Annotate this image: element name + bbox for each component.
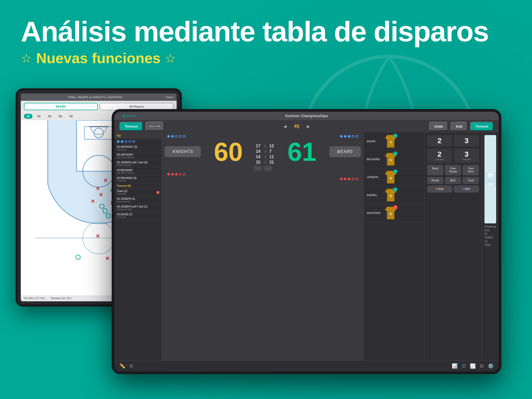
score-left: 60 bbox=[203, 139, 253, 165]
tl-stats-fg: FG 43% ( 27 / 62 ) bbox=[24, 297, 45, 300]
subtitle-row: ☆ Nuevas funciones ☆ bbox=[21, 50, 511, 66]
blk-btn[interactable]: BLK bbox=[445, 177, 461, 184]
foul-dot-3 bbox=[125, 140, 127, 143]
stat-3pt-missed: 3 missed bbox=[454, 149, 479, 163]
foul-dot-2 bbox=[121, 140, 123, 143]
tr-main-content: 4Q #9 ANTHONY (3) Turnover #9 ANTHONY 2p… bbox=[114, 132, 499, 360]
tl-header-bar: FINAL ( BEARS vs KNIGHTS ) 2023/07/02 Cl… bbox=[21, 94, 177, 101]
svg-text:4: 4 bbox=[390, 141, 392, 144]
tl-team-bears-btn[interactable]: BEARS bbox=[24, 103, 98, 110]
red-marker bbox=[157, 191, 159, 194]
left-team-section: KNIGHTS 60 bbox=[165, 135, 253, 165]
log-item-6: #6 JOSEPH (3) Personal foul bbox=[114, 196, 162, 204]
svg-rect-49 bbox=[488, 183, 493, 186]
svg-text:✕: ✕ bbox=[103, 178, 108, 183]
header-section: Análisis mediante tabla de disparos ☆ Nu… bbox=[21, 16, 511, 66]
right-arrow-btn[interactable]: → bbox=[264, 166, 272, 171]
player-card-david[interactable]: DAVID 4 2 bbox=[364, 132, 424, 150]
star-left-icon: ☆ bbox=[21, 51, 32, 65]
tr-log-panel: 4Q #9 ANTHONY (3) Turnover #9 ANTHONY 2p… bbox=[114, 132, 162, 360]
svg-text:✕: ✕ bbox=[105, 256, 110, 261]
foul-dot-5 bbox=[132, 140, 135, 143]
team-knights-btn[interactable]: KNIGHTS bbox=[165, 146, 201, 157]
player-name-daniel: DANIEL bbox=[367, 194, 382, 197]
assist-btn[interactable]: Assist bbox=[427, 177, 443, 184]
log-item-3: #6 JOSEPH (off:7 def:10) Rebound (off) bbox=[114, 160, 162, 168]
player-card-joseph[interactable]: JOSEPH 6 3 bbox=[364, 168, 424, 186]
score-row: KNIGHTS 60 17 12 14 bbox=[162, 132, 363, 165]
jersey-badge-joseph: 3 bbox=[393, 169, 397, 174]
star-right-icon: ☆ bbox=[165, 51, 176, 65]
turnover-btn[interactable]: TurnOver bbox=[463, 165, 479, 175]
svg-text:✕: ✕ bbox=[96, 233, 100, 239]
tr-bottom-bar: ✏️ ⊞ 📊 ☰ 📈 ⊞ ⚙️ bbox=[114, 360, 499, 371]
player-jersey-joseph: 6 3 bbox=[385, 170, 396, 184]
log-item-timeout: Timeout (9) bbox=[114, 183, 162, 189]
player-card-anthony[interactable]: ANTHONY 9 1 bbox=[364, 204, 424, 222]
settings-icon[interactable]: ⚙️ bbox=[488, 363, 494, 369]
timeout-left-btn[interactable]: Timeout bbox=[119, 122, 143, 131]
mini-court-log: Freethrow (U1) #5 JONES (1) Steal bbox=[484, 223, 496, 248]
chart-icon[interactable]: 📈 bbox=[470, 363, 476, 369]
svg-text:✕: ✕ bbox=[91, 198, 95, 204]
foul-dot-1 bbox=[117, 140, 119, 143]
svg-text:6: 6 bbox=[390, 176, 392, 180]
foul-btn[interactable]: Foul bbox=[463, 177, 479, 184]
rebound-buttons: O-Reb D-Reb bbox=[427, 185, 479, 192]
list-icon[interactable]: ☰ bbox=[462, 363, 466, 369]
svg-rect-43 bbox=[488, 172, 493, 177]
main-title: Análisis mediante tabla de disparos bbox=[21, 16, 511, 47]
player-name-joseph: JOSEPH bbox=[367, 176, 382, 179]
grid-icon[interactable]: ⊞ bbox=[480, 363, 484, 369]
tl-filter-4q[interactable]: 4Q bbox=[67, 114, 75, 119]
tl-stats-tracked: Tracked ( 62 / 62 ) bbox=[50, 297, 71, 300]
d-reb-btn[interactable]: D-Reb bbox=[454, 185, 479, 192]
tl-filter-all[interactable]: All bbox=[24, 114, 32, 119]
log-item-5: #5 RICHARD (4) Turnover bbox=[114, 176, 162, 183]
quarter-control: ◀ 4Q ▶ bbox=[281, 123, 312, 130]
tl-close-btn[interactable]: Close bbox=[166, 96, 173, 99]
player-card-richard[interactable]: RICHARD 5 2 bbox=[364, 150, 424, 168]
steal-btn[interactable]: Steal bbox=[427, 165, 443, 175]
red-foul-dots-right bbox=[162, 177, 363, 181]
foul-dot-4 bbox=[129, 140, 131, 143]
tr-back-btn[interactable]: ◀ Games bbox=[122, 114, 137, 118]
tr-top-bar: ◀ Games Summer Championships bbox=[114, 112, 499, 120]
log-item-8: #4 DAVID (7) Turnover bbox=[114, 212, 162, 220]
player-name-anthony: ANTHONY bbox=[367, 211, 382, 215]
bottom-icons: ✏️ ⊞ bbox=[119, 363, 133, 369]
svg-text:8: 8 bbox=[390, 194, 392, 198]
tl-filter-2q[interactable]: 2Q bbox=[45, 114, 54, 119]
plus-square-icon[interactable]: ⊞ bbox=[129, 363, 133, 369]
quarter-label: 4Q bbox=[291, 123, 302, 130]
team-bears-btn[interactable]: BEARS bbox=[329, 146, 361, 157]
quarter-next-btn[interactable]: ▶ bbox=[305, 123, 312, 130]
stats-icon[interactable]: 📊 bbox=[452, 363, 457, 369]
subtitle-text: Nuevas funciones bbox=[36, 50, 161, 66]
jersey-badge-anthony: 1 bbox=[393, 205, 397, 209]
right-team-section: 61 BEARS bbox=[277, 135, 361, 165]
tl-filter-1q[interactable]: 1Q bbox=[35, 114, 43, 119]
log-item-4: #5 RICHARD 2pt Shot: Missed bbox=[114, 168, 162, 176]
tr-mini-court: Freethrow (U1) #5 JONES (1) Steal bbox=[482, 132, 499, 360]
svg-text:5: 5 bbox=[390, 158, 392, 162]
freethrow-btn[interactable]: FreeThrow bbox=[445, 165, 461, 175]
tl-filter-3q[interactable]: 3Q bbox=[56, 114, 64, 119]
pencil-icon[interactable]: ✏️ bbox=[119, 363, 125, 369]
quarter-scores: 17 12 14 7 14 11 bbox=[253, 144, 277, 165]
action-buttons-grid: Steal FreeThrow TurnOver Assist BLK Foul bbox=[427, 165, 479, 184]
svg-text:9: 9 bbox=[390, 212, 392, 216]
timeout-right-btn[interactable]: Timeout bbox=[470, 122, 494, 131]
jersey-badge-david: 2 bbox=[393, 134, 397, 138]
left-arrow-btn[interactable]: ← bbox=[254, 166, 262, 171]
player-card-daniel[interactable]: DANIEL 8 3 bbox=[364, 186, 424, 204]
jersey-badge-richard: 2 bbox=[393, 151, 397, 156]
o-reb-btn[interactable]: O-Reb bbox=[427, 185, 452, 192]
arrows-btn[interactable]: ⟵⟶ bbox=[145, 122, 164, 131]
sub-btn[interactable]: Sub bbox=[451, 122, 468, 131]
tr-stats-panel: 2 3 2 missed 3 missed Steal bbox=[424, 132, 482, 360]
svg-text:✕: ✕ bbox=[96, 186, 100, 191]
quarter-prev-btn[interactable]: ◀ bbox=[281, 123, 289, 130]
red-foul-dots-left bbox=[162, 172, 363, 177]
undo-btn[interactable]: Undo bbox=[429, 122, 448, 131]
